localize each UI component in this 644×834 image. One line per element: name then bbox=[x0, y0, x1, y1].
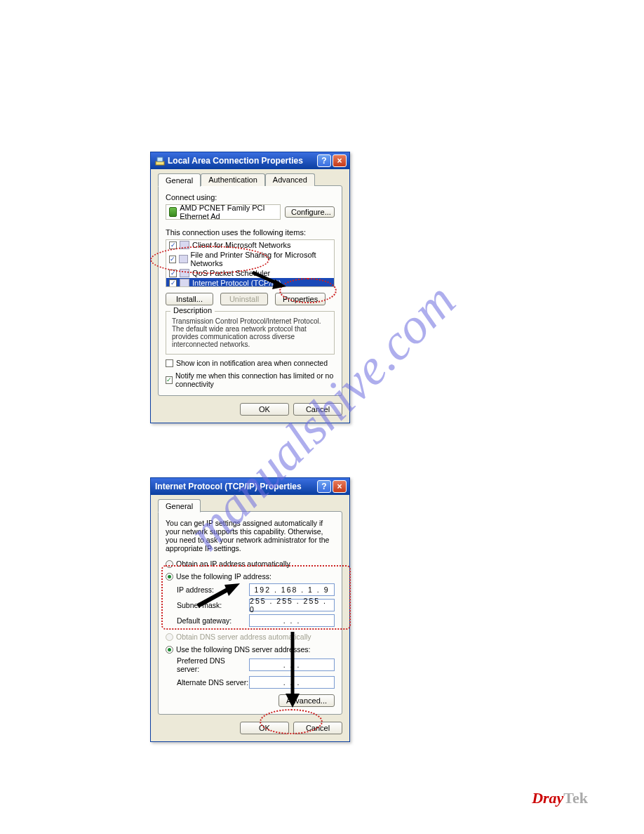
configure-button[interactable]: Configure... bbox=[285, 206, 335, 218]
cancel-button[interactable]: Cancel bbox=[293, 722, 342, 734]
close-button[interactable]: × bbox=[333, 154, 347, 167]
item-label: QoS Packet Scheduler bbox=[192, 269, 270, 277]
protocol-icon bbox=[180, 279, 189, 287]
notify-label: Notify me when this connection has limit… bbox=[175, 371, 335, 388]
dialog-title: Local Area Connection Properties bbox=[168, 156, 316, 166]
show-icon-checkbox[interactable]: ✓ bbox=[166, 359, 173, 367]
radio-use-following-dns[interactable] bbox=[166, 646, 173, 654]
alternate-dns-input[interactable]: . . . bbox=[249, 676, 335, 689]
advanced-button[interactable]: Advanced... bbox=[279, 694, 335, 707]
subnet-mask-label: Subnet mask: bbox=[177, 601, 249, 609]
brand-logo: DrayTek bbox=[532, 789, 588, 807]
alternate-dns-label: Alternate DNS server: bbox=[177, 678, 249, 687]
lan-properties-dialog: Local Area Connection Properties ? × Gen… bbox=[150, 152, 350, 423]
properties-button[interactable]: Properties bbox=[275, 293, 326, 305]
help-button[interactable]: ? bbox=[317, 480, 331, 493]
client-icon bbox=[180, 241, 189, 249]
tab-general[interactable]: General bbox=[158, 173, 201, 187]
subnet-mask-input[interactable]: 255 . 255 . 255 . 0 bbox=[249, 599, 335, 611]
radio-label: Use the following DNS server addresses: bbox=[176, 645, 310, 654]
ok-button[interactable]: OK bbox=[240, 722, 289, 734]
preferred-dns-input[interactable]: . . . bbox=[249, 658, 335, 671]
ok-button[interactable]: OK bbox=[240, 403, 289, 416]
install-button[interactable]: Install... bbox=[166, 293, 213, 305]
tab-strip: General Authentication Advanced bbox=[158, 173, 342, 186]
list-item[interactable]: ✓ QoS Packet Scheduler bbox=[166, 268, 334, 278]
item-label: Client for Microsoft Networks bbox=[192, 241, 291, 249]
checkbox-icon[interactable]: ✓ bbox=[169, 270, 177, 277]
description-group: Description Transmission Control Protoco… bbox=[166, 311, 335, 355]
ip-address-input[interactable]: 192 . 168 . 1 . 9 bbox=[249, 583, 335, 596]
radio-obtain-dns-auto bbox=[166, 633, 173, 641]
checkbox-icon[interactable]: ✓ bbox=[169, 256, 176, 263]
ip-address-label: IP address: bbox=[177, 585, 249, 594]
items-label: This connection uses the following items… bbox=[166, 228, 335, 237]
preferred-dns-label: Preferred DNS server: bbox=[177, 656, 249, 673]
adapter-icon bbox=[169, 207, 177, 217]
notify-checkbox[interactable]: ✓ bbox=[166, 376, 173, 384]
uninstall-button: Uninstall bbox=[220, 293, 268, 305]
tab-authentication[interactable]: Authentication bbox=[201, 173, 265, 186]
service-icon bbox=[179, 255, 188, 263]
tab-advanced[interactable]: Advanced bbox=[265, 173, 315, 186]
connection-items-list[interactable]: ✓ Client for Microsoft Networks ✓ File a… bbox=[166, 239, 335, 287]
title-icon bbox=[155, 156, 165, 166]
connect-using-label: Connect using: bbox=[166, 193, 335, 201]
radio-obtain-ip-auto[interactable] bbox=[166, 560, 173, 568]
brand-red: Dray bbox=[532, 789, 563, 807]
titlebar[interactable]: Internet Protocol (TCP/IP) Properties ? … bbox=[151, 478, 349, 495]
description-legend: Description bbox=[170, 306, 215, 315]
checkbox-icon[interactable]: ✓ bbox=[169, 241, 177, 249]
tab-general[interactable]: General bbox=[158, 499, 201, 512]
description-text: Transmission Control Protocol/Internet P… bbox=[172, 317, 328, 348]
svg-rect-1 bbox=[157, 157, 163, 161]
cancel-button[interactable]: Cancel bbox=[293, 403, 342, 416]
close-button[interactable]: × bbox=[333, 480, 347, 493]
radio-label: Obtain DNS server address automatically bbox=[176, 633, 311, 641]
help-button[interactable]: ? bbox=[317, 154, 331, 167]
tcpip-properties-dialog: Internet Protocol (TCP/IP) Properties ? … bbox=[150, 477, 350, 742]
default-gateway-label: Default gateway: bbox=[177, 616, 249, 625]
item-label: Internet Protocol (TCP/IP) bbox=[192, 279, 281, 287]
adapter-field: AMD PCNET Family PCI Ethernet Ad bbox=[166, 204, 281, 220]
list-item-tcpip[interactable]: ✓ Internet Protocol (TCP/IP) bbox=[166, 278, 334, 287]
checkbox-icon[interactable]: ✓ bbox=[169, 279, 177, 287]
radio-label: Use the following IP address: bbox=[176, 572, 271, 581]
dialog-title: Internet Protocol (TCP/IP) Properties bbox=[155, 482, 316, 491]
list-item[interactable]: ✓ File and Printer Sharing for Microsoft… bbox=[166, 250, 334, 268]
radio-label: Obtain an IP address automatically bbox=[176, 560, 290, 568]
show-icon-label: Show icon in notification area when conn… bbox=[176, 359, 328, 367]
titlebar[interactable]: Local Area Connection Properties ? × bbox=[151, 152, 349, 169]
default-gateway-input[interactable]: . . . bbox=[249, 614, 335, 627]
list-item[interactable]: ✓ Client for Microsoft Networks bbox=[166, 240, 334, 250]
service-icon bbox=[180, 269, 189, 277]
item-label: File and Printer Sharing for Microsoft N… bbox=[191, 251, 331, 267]
brand-gray: Tek bbox=[563, 789, 588, 807]
radio-use-following-ip[interactable] bbox=[166, 573, 173, 581]
tab-strip: General bbox=[158, 499, 342, 512]
adapter-name: AMD PCNET Family PCI Ethernet Ad bbox=[180, 204, 277, 220]
svg-rect-0 bbox=[156, 161, 164, 165]
intro-text: You can get IP settings assigned automat… bbox=[166, 519, 335, 552]
